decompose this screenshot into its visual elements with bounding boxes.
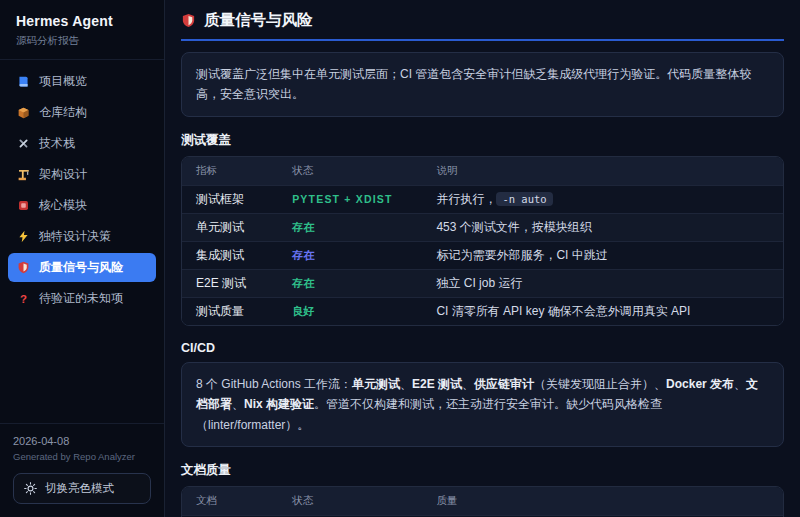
page-title: 质量信号与风险 [204, 10, 313, 31]
sidebar-nav: 项目概览仓库结构技术栈架构设计核心模块独特设计决策质量信号与风险?待验证的未知项 [0, 60, 164, 315]
shield-icon [17, 261, 30, 274]
sidebar-item-8[interactable]: ?待验证的未知项 [8, 284, 156, 313]
sidebar-item-label: 架构设计 [39, 166, 87, 183]
module-icon [17, 199, 30, 212]
table-row: 测试质量良好CI 清零所有 API key 确保不会意外调用真实 API [182, 297, 783, 325]
bold-text: E2E 测试 [412, 377, 462, 391]
cicd-text: 8 个 GitHub Actions 工作流：单元测试、E2E 测试、供应链审计… [196, 374, 769, 435]
code-chip: -n auto [496, 192, 552, 206]
sidebar-item-label: 技术栈 [39, 135, 75, 152]
description-cell: 独立 CI job 运行 [422, 269, 783, 297]
theme-toggle-label: 切换亮色模式 [45, 481, 114, 496]
question-icon: ? [17, 292, 30, 305]
sidebar-item-label: 质量信号与风险 [39, 259, 123, 276]
sidebar-item-7[interactable]: 质量信号与风险 [8, 253, 156, 282]
app-root: Hermes Agent 源码分析报告 项目概览仓库结构技术栈架构设计核心模块独… [0, 0, 800, 517]
table-header-row: 指标状态说明 [182, 157, 783, 186]
svg-text:?: ? [20, 293, 27, 305]
status-cell: 存在 [278, 241, 422, 269]
sidebar-item-label: 仓库结构 [39, 104, 87, 121]
sidebar-item-1[interactable]: 项目概览 [8, 67, 156, 96]
status-badge: 存在 [292, 221, 314, 233]
table-row: 单元测试存在453 个测试文件，按模块组织 [182, 213, 783, 241]
section-heading-docs: 文档质量 [181, 462, 784, 479]
page-header: 质量信号与风险 [181, 10, 784, 41]
column-header: 质量 [422, 487, 783, 516]
column-header: 状态 [278, 157, 422, 186]
description-cell: 453 个测试文件，按模块组织 [422, 213, 783, 241]
description-cell: 并行执行，-n auto [422, 185, 783, 213]
sidebar-item-5[interactable]: 核心模块 [8, 191, 156, 220]
bold-text: Docker 发布 [666, 377, 734, 391]
bold-text: Nix 构建验证 [244, 397, 314, 411]
app-subtitle: 源码分析报告 [16, 34, 148, 48]
status-cell: 存在 [278, 269, 422, 297]
sidebar-item-label: 待验证的未知项 [39, 290, 123, 307]
theme-toggle-button[interactable]: 切换亮色模式 [13, 473, 151, 504]
status-badge: 存在 [292, 249, 314, 261]
section-heading-test-coverage: 测试覆盖 [181, 132, 784, 149]
generated-by: Generated by Repo Analyzer [13, 451, 151, 462]
lightning-icon [17, 230, 30, 243]
column-header: 状态 [278, 487, 422, 516]
shield-icon [181, 13, 196, 28]
sidebar-item-3[interactable]: 技术栈 [8, 129, 156, 158]
table-row: 集成测试存在标记为需要外部服务，CI 中跳过 [182, 241, 783, 269]
bold-text: 单元测试 [352, 377, 400, 391]
docs-table: 文档状态质量README存在优秀 — 安装指引清晰、功能矩阵完整API 文档外部… [181, 486, 784, 517]
package-icon [17, 106, 30, 119]
summary-text: 测试覆盖广泛但集中在单元测试层面；CI 管道包含安全审计但缺乏集成级代理行为验证… [196, 64, 769, 105]
app-title: Hermes Agent [16, 13, 148, 29]
table-row: 测试框架PYTEST + XDIST并行执行，-n auto [182, 185, 783, 213]
status-cell: 存在 [278, 213, 422, 241]
description-cell: 标记为需要外部服务，CI 中跳过 [422, 241, 783, 269]
metric-cell: 测试框架 [182, 185, 278, 213]
sidebar-item-4[interactable]: 架构设计 [8, 160, 156, 189]
status-badge: 存在 [292, 277, 314, 289]
sidebar-item-label: 项目概览 [39, 73, 87, 90]
summary-callout: 测试覆盖广泛但集中在单元测试层面；CI 管道包含安全审计但缺乏集成级代理行为验证… [181, 52, 784, 117]
sidebar-footer: 2026-04-08 Generated by Repo Analyzer 切换… [0, 423, 164, 517]
status-cell: 良好 [278, 297, 422, 325]
table-row: E2E 测试存在独立 CI job 运行 [182, 269, 783, 297]
tools-icon [17, 137, 30, 150]
section-heading-cicd: CI/CD [181, 341, 784, 355]
sidebar-item-label: 独特设计决策 [39, 228, 111, 245]
book-icon [17, 75, 30, 88]
metric-cell: 单元测试 [182, 213, 278, 241]
status-badge: PYTEST + XDIST [292, 193, 393, 205]
architecture-icon [17, 168, 30, 181]
sidebar-header: Hermes Agent 源码分析报告 [0, 0, 164, 60]
metric-cell: 测试质量 [182, 297, 278, 325]
status-badge: 良好 [292, 305, 314, 317]
sidebar-item-label: 核心模块 [39, 197, 87, 214]
bold-text: 供应链审计 [474, 377, 534, 391]
metric-cell: 集成测试 [182, 241, 278, 269]
description-cell: CI 清零所有 API key 确保不会意外调用真实 API [422, 297, 783, 325]
sidebar-item-6[interactable]: 独特设计决策 [8, 222, 156, 251]
metric-cell: E2E 测试 [182, 269, 278, 297]
table-header-row: 文档状态质量 [182, 487, 783, 516]
sidebar: Hermes Agent 源码分析报告 项目概览仓库结构技术栈架构设计核心模块独… [0, 0, 165, 517]
sun-icon [24, 482, 37, 495]
cicd-callout: 8 个 GitHub Actions 工作流：单元测试、E2E 测试、供应链审计… [181, 362, 784, 447]
test-coverage-table: 指标状态说明测试框架PYTEST + XDIST并行执行，-n auto单元测试… [181, 156, 784, 326]
sidebar-item-2[interactable]: 仓库结构 [8, 98, 156, 127]
report-date: 2026-04-08 [13, 435, 151, 447]
main-content: 质量信号与风险 测试覆盖广泛但集中在单元测试层面；CI 管道包含安全审计但缺乏集… [165, 0, 800, 517]
column-header: 文档 [182, 487, 278, 516]
status-cell: PYTEST + XDIST [278, 185, 422, 213]
column-header: 说明 [422, 157, 783, 186]
column-header: 指标 [182, 157, 278, 186]
